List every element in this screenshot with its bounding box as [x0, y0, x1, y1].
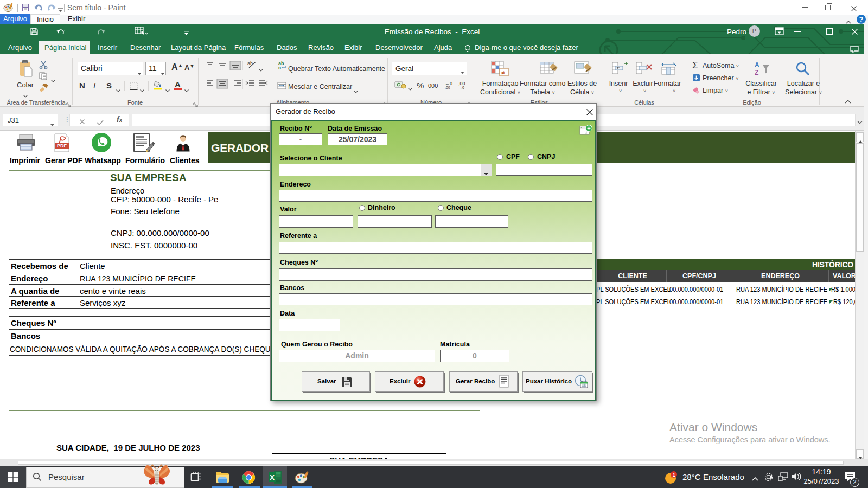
svg-text:A: A	[755, 61, 760, 69]
svg-text:→0: →0	[458, 86, 464, 89]
svg-text:c: c	[278, 65, 281, 70]
svg-text:X: X	[270, 473, 275, 481]
svg-text:1: 1	[673, 472, 675, 478]
svg-text:Z: Z	[755, 69, 758, 76]
svg-text:PDF: PDF	[57, 143, 67, 149]
svg-text:≠: ≠	[501, 69, 505, 76]
svg-text:,00: ,00	[445, 86, 450, 89]
